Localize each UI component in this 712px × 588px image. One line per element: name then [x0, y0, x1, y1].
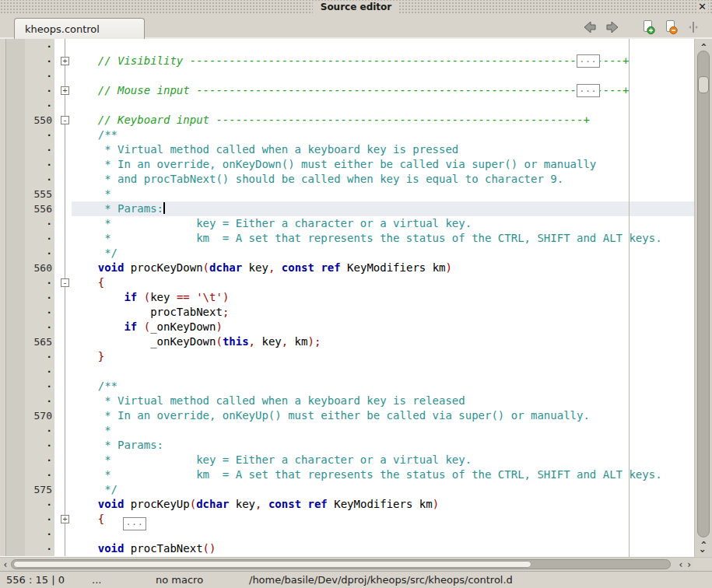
code-line[interactable]: *	[72, 423, 694, 438]
code-line[interactable]: * In an override, onKeyDown() must eithe…	[72, 157, 694, 172]
gutter-band	[6, 379, 25, 394]
line-number: ·	[25, 246, 54, 261]
code-line[interactable]: */	[72, 246, 694, 261]
code-line[interactable]: {...	[72, 512, 694, 527]
fold-margin	[58, 68, 72, 83]
line-number: 555	[25, 187, 54, 201]
editor-row-555: 555 *	[0, 187, 694, 201]
code-line[interactable]: * km = A set that represents the status …	[72, 467, 694, 482]
code-line[interactable]: if (key == '\t')	[72, 290, 694, 305]
editor-row-550: 550- // Keyboard input -----------------…	[0, 113, 694, 128]
scroll-down-icon[interactable]: ›	[695, 547, 712, 556]
editor-row-33: ·	[0, 527, 694, 541]
code-line[interactable]: * In an override, onKeyUp() must either …	[72, 408, 694, 423]
code-line[interactable]	[72, 527, 694, 541]
fold-expand-icon[interactable]: +	[61, 86, 69, 95]
gutter-band	[6, 334, 25, 349]
line-number: ·	[25, 128, 54, 142]
code-line[interactable]: /**	[72, 128, 694, 142]
line-number: 550	[25, 113, 54, 128]
line-number: ·	[25, 231, 54, 246]
code-line[interactable]: * Params:	[72, 438, 694, 453]
gutter-strip	[0, 98, 6, 113]
fold-margin	[58, 142, 72, 157]
fold-expand-icon[interactable]: +	[61, 515, 69, 523]
code-line[interactable]: if (_onKeyDown)	[72, 320, 694, 334]
gutter-band	[6, 482, 25, 497]
code-line[interactable]: void procTabNext()	[72, 541, 694, 556]
fold-margin: +	[58, 54, 72, 68]
code-line[interactable]: * Params:	[72, 201, 694, 216]
go-forward-icon[interactable]	[605, 19, 620, 35]
fold-expand-icon[interactable]: +	[61, 57, 69, 65]
code-line[interactable]	[72, 39, 694, 54]
close-icon[interactable]: ✕	[696, 1, 708, 12]
code-line[interactable]	[72, 364, 694, 379]
line-number: ·	[25, 275, 54, 290]
code-line[interactable]: *	[72, 187, 694, 201]
horizontal-scroll-track[interactable]	[11, 559, 671, 569]
editor-row-556: 556 * Params:	[0, 201, 694, 216]
close-document-icon[interactable]	[663, 19, 679, 35]
file-path-status: /home/basile/Dev/dproj/kheops/src/kheops…	[249, 574, 513, 586]
line-number: ·	[25, 216, 54, 231]
code-line[interactable]: procTabNext;	[72, 305, 694, 320]
source-editor-window: Source editor ✕ kheops.control	[0, 0, 712, 588]
editor-row-1: ·+ // Visibility -----------------------…	[0, 54, 694, 68]
scroll-up-icon[interactable]: ›	[695, 40, 712, 50]
code-line[interactable]: {	[72, 275, 694, 290]
fold-collapse-icon[interactable]: -	[61, 116, 69, 124]
editor-row-31: · void procKeyUp(dchar key, const ref Ke…	[0, 497, 694, 512]
editor-row-2: ·	[0, 68, 694, 83]
scroll-right-icon[interactable]: ›	[687, 559, 691, 570]
new-document-icon[interactable]	[640, 19, 656, 35]
collapsed-code-box[interactable]: ...	[577, 54, 600, 68]
collapsed-code-box[interactable]: ...	[577, 84, 600, 97]
scroll-left-icon[interactable]: ‹	[0, 558, 11, 571]
code-line[interactable]: * key = Either a character or a virtual …	[72, 453, 694, 467]
code-line[interactable]: }	[72, 349, 694, 364]
fold-margin	[58, 157, 72, 172]
fold-margin: +	[58, 512, 72, 527]
horizontal-scrollbar[interactable]: ‹ ‹ ›	[0, 557, 712, 571]
gutter-band	[6, 438, 25, 453]
fold-margin	[58, 305, 72, 320]
gutter-band	[6, 98, 25, 113]
code-line[interactable]: * Virtual method called when a keyboard …	[72, 142, 694, 157]
code-line[interactable]	[72, 98, 694, 113]
tab-kheops-control[interactable]: kheops.control	[14, 18, 145, 39]
code-line[interactable]: */	[72, 482, 694, 497]
horizontal-scroll-thumb[interactable]	[13, 561, 531, 568]
code-line[interactable]: * Virtual method called when a keyboard …	[72, 394, 694, 408]
fold-collapse-icon[interactable]: -	[61, 278, 69, 287]
code-line[interactable]: _onKeyDown(this, key, km);	[72, 334, 694, 349]
code-line[interactable]: * and procTabNext() should be called whe…	[72, 172, 694, 187]
editor-row-16: ·- {	[0, 275, 694, 290]
code-line[interactable]: // Mouse input -------------------------…	[72, 83, 694, 98]
vertical-scroll-thumb[interactable]	[698, 76, 709, 93]
gutter-strip	[0, 467, 6, 482]
code-line[interactable]: * key = Either a character or a virtual …	[72, 216, 694, 231]
code-line[interactable]	[72, 68, 694, 83]
caret-position-status: 556 : 15 | 0	[6, 574, 65, 586]
vertical-scroll-track[interactable]	[697, 51, 710, 537]
editor-row-14: · */	[0, 246, 694, 261]
split-view-icon[interactable]	[686, 19, 701, 35]
vertical-scrollbar[interactable]: › › ›	[694, 39, 712, 557]
scrollbar-corner	[693, 558, 712, 571]
code-line[interactable]: * km = A set that represents the status …	[72, 231, 694, 246]
code-line[interactable]: /**	[72, 379, 694, 394]
code-line[interactable]: // Visibility --------------------------…	[72, 54, 694, 68]
code-line[interactable]: void procKeyDown(dchar key, const ref Ke…	[72, 261, 694, 275]
gutter-strip	[0, 157, 6, 172]
line-number: ·	[25, 497, 54, 512]
scroll-left-icon-right[interactable]: ‹	[679, 559, 682, 570]
code-area[interactable]: ··+ // Visibility ----------------------…	[0, 39, 694, 557]
line-number: 570	[25, 408, 54, 423]
gutter-band	[6, 349, 25, 364]
go-back-icon[interactable]	[582, 19, 598, 35]
code-line[interactable]: void procKeyUp(dchar key, const ref KeyM…	[72, 497, 694, 512]
code-line[interactable]: // Keyboard input ----------------------…	[72, 113, 694, 128]
line-number: ·	[25, 157, 54, 172]
gutter-band	[6, 423, 25, 438]
